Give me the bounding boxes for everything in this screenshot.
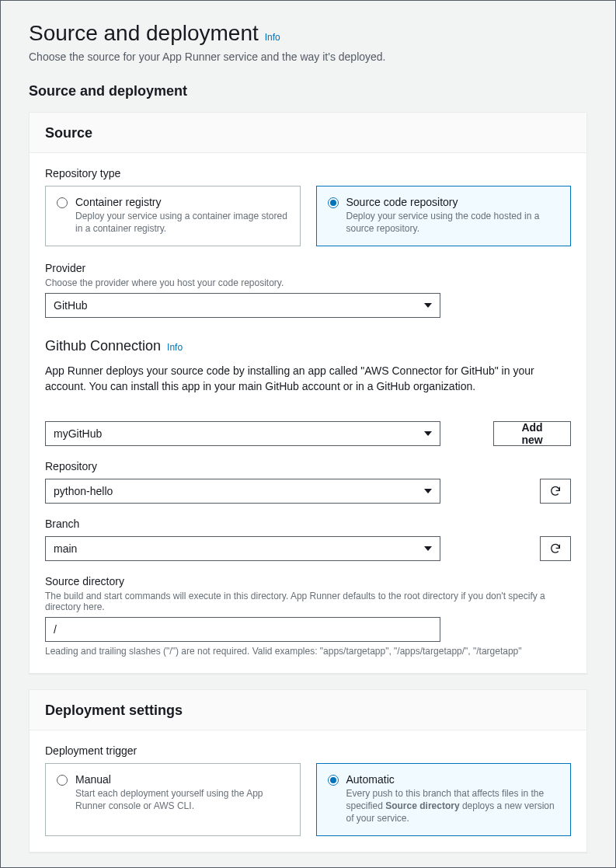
provider-select[interactable]: GitHub: [45, 293, 440, 318]
tile-container-registry[interactable]: Container registry Deploy your service u…: [45, 186, 301, 246]
github-connection-title: Github Connection: [45, 338, 161, 354]
source-panel-title: Source: [30, 113, 586, 153]
tile-desc: Every push to this branch that affects f…: [346, 787, 560, 825]
tile-title: Manual: [75, 773, 289, 786]
branch-value: main: [54, 542, 77, 555]
tile-desc: Deploy your service using the code hoste…: [346, 210, 560, 235]
tile-title: Source code repository: [346, 196, 560, 208]
repository-type-label: Repository type: [45, 167, 571, 180]
radio-icon: [57, 197, 68, 208]
refresh-icon: [549, 485, 562, 497]
connection-select[interactable]: myGitHub: [45, 421, 440, 446]
chevron-down-icon: [424, 489, 432, 493]
deployment-settings-panel: Deployment settings Deployment trigger M…: [29, 689, 587, 853]
connection-value: myGitHub: [54, 427, 102, 440]
repository-label: Repository: [45, 460, 524, 472]
page-title: Source and deployment: [29, 21, 259, 46]
tile-desc: Start each deployment yourself using the…: [75, 787, 289, 812]
source-panel: Source Repository type Container registr…: [29, 112, 587, 674]
tile-automatic[interactable]: Automatic Every push to this branch that…: [316, 763, 572, 837]
refresh-icon: [549, 542, 562, 555]
deployment-settings-title: Deployment settings: [30, 690, 586, 730]
repository-select[interactable]: python-hello: [45, 479, 440, 504]
tile-title: Automatic: [346, 773, 560, 786]
page-subtitle: Choose the source for your App Runner se…: [29, 51, 587, 63]
chevron-down-icon: [424, 303, 432, 308]
deployment-trigger-label: Deployment trigger: [45, 744, 571, 757]
github-connection-paragraph: App Runner deploys your source code by i…: [45, 364, 571, 394]
tile-title: Container registry: [75, 196, 289, 208]
add-new-button[interactable]: Add new: [493, 421, 571, 446]
tile-source-code-repository[interactable]: Source code repository Deploy your servi…: [316, 186, 572, 246]
tile-manual[interactable]: Manual Start each deployment yourself us…: [45, 763, 301, 837]
source-directory-input[interactable]: [45, 617, 440, 642]
tile-desc: Deploy your service using a container im…: [75, 210, 289, 235]
radio-icon: [328, 775, 339, 786]
info-link[interactable]: Info: [265, 32, 280, 43]
source-directory-desc: The build and start commands will execut…: [45, 591, 571, 612]
github-connection-info-link[interactable]: Info: [167, 342, 183, 353]
branch-label: Branch: [45, 518, 524, 530]
provider-label: Provider: [45, 262, 571, 274]
provider-value: GitHub: [54, 299, 88, 312]
source-directory-hint: Leading and trailing slashes ("/") are n…: [45, 645, 571, 657]
section-header: Source and deployment: [29, 83, 587, 99]
radio-icon: [57, 775, 68, 786]
repository-value: python-hello: [54, 485, 113, 497]
branch-select[interactable]: main: [45, 536, 440, 561]
refresh-branch-button[interactable]: [540, 536, 571, 561]
chevron-down-icon: [424, 431, 432, 436]
provider-desc: Choose the provider where you host your …: [45, 277, 571, 288]
refresh-repository-button[interactable]: [540, 479, 571, 504]
chevron-down-icon: [424, 546, 432, 551]
radio-icon: [328, 197, 339, 208]
source-directory-label: Source directory: [45, 575, 571, 587]
